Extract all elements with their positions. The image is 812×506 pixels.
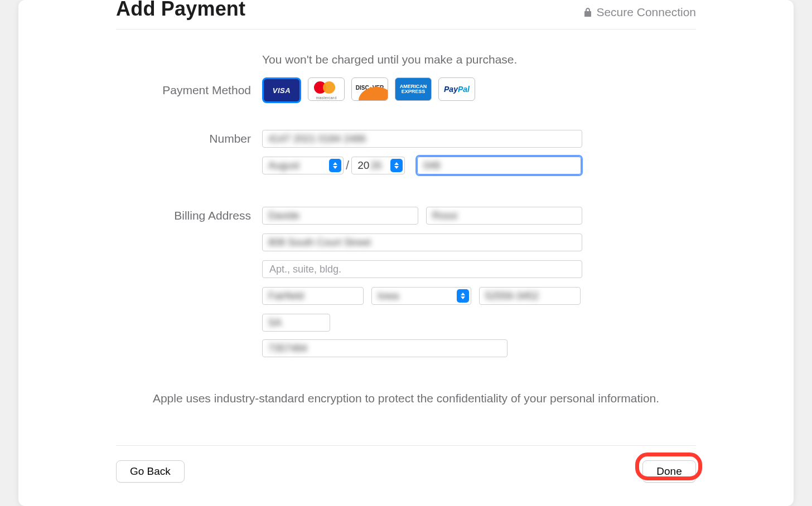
label-billing-address: Billing Address xyxy=(116,209,262,222)
card-number-value: 4147 2021 0184 2486 xyxy=(268,133,366,145)
street1-value: 808 South Court Street xyxy=(268,237,371,249)
page-title: Add Payment xyxy=(116,0,245,19)
street2-field[interactable] xyxy=(268,263,576,276)
zip-input[interactable]: 52556-3452 xyxy=(479,287,581,305)
stepper-icon xyxy=(457,289,469,303)
payment-form: Payment Method VISA mastercard DISC●VER … xyxy=(116,77,696,357)
last-name-value: Rossi xyxy=(432,210,457,222)
label-card-number: Number xyxy=(116,132,262,145)
exp-year-select[interactable]: 2026 xyxy=(351,157,405,174)
row-card-number: Number 4147 2021 0184 2486 xyxy=(116,130,696,148)
add-payment-window: Add Payment Secure Connection You won't … xyxy=(18,0,794,506)
state-select[interactable]: Iowa xyxy=(371,287,471,305)
exp-month-value: August xyxy=(268,160,299,172)
first-name-value: Davide xyxy=(268,210,299,222)
expiry-slash: / xyxy=(344,158,351,173)
card-option-paypal[interactable]: PayPal xyxy=(438,77,475,101)
secure-connection-label: Secure Connection xyxy=(596,6,696,19)
zip-value: 52556-3452 xyxy=(485,290,539,302)
cvv-input[interactable]: 048 xyxy=(417,157,581,174)
cvv-value: 048 xyxy=(423,160,440,172)
street2-input[interactable] xyxy=(262,260,582,278)
stepper-icon xyxy=(390,159,403,172)
country-code-input[interactable]: SA xyxy=(262,314,330,332)
intro-text: You won't be charged until you make a pu… xyxy=(262,53,696,66)
first-name-input[interactable]: Davide xyxy=(262,207,418,225)
row-city-state-zip: Fairfield Iowa 52556-3452 xyxy=(116,287,696,305)
card-number-input[interactable]: 4147 2021 0184 2486 xyxy=(262,130,582,148)
phone-value: 7357484 xyxy=(268,343,307,354)
row-expiry-cvv: August / 2026 048 xyxy=(116,157,696,174)
street1-input[interactable]: 808 South Court Street xyxy=(262,233,582,251)
done-button[interactable]: Done xyxy=(642,460,696,483)
title-row: Add Payment Secure Connection xyxy=(116,0,696,19)
payment-method-options: VISA mastercard DISC●VER AMERICANEXPRESS… xyxy=(262,77,475,103)
state-value: Iowa xyxy=(378,290,399,302)
row-country-phone: SA 7357484 xyxy=(116,314,696,357)
footer-divider xyxy=(116,445,696,446)
country-code-value: SA xyxy=(268,317,282,329)
lock-icon xyxy=(584,8,592,17)
phone-input[interactable]: 7357484 xyxy=(262,339,508,357)
card-option-mastercard[interactable]: mastercard xyxy=(308,77,345,101)
footer: Go Back Done xyxy=(116,435,696,483)
go-back-button[interactable]: Go Back xyxy=(116,460,185,483)
exp-year-prefix: 20 xyxy=(357,159,370,172)
card-option-visa[interactable]: VISA xyxy=(262,77,301,103)
row-street1: 808 South Court Street xyxy=(116,233,696,251)
header-divider xyxy=(116,29,696,30)
exp-year-suffix: 26 xyxy=(370,160,381,172)
row-payment-method: Payment Method VISA mastercard DISC●VER … xyxy=(116,77,696,103)
card-option-discover[interactable]: DISC●VER xyxy=(351,77,388,101)
card-option-amex[interactable]: AMERICANEXPRESS xyxy=(395,77,432,101)
city-input[interactable]: Fairfield xyxy=(262,287,364,305)
privacy-note: Apple uses industry-standard encryption … xyxy=(116,392,696,405)
exp-month-select[interactable]: August xyxy=(262,157,344,174)
row-street2 xyxy=(116,260,696,278)
label-payment-method: Payment Method xyxy=(116,84,262,97)
row-billing-name: Billing Address Davide Rossi xyxy=(116,207,696,225)
last-name-input[interactable]: Rossi xyxy=(426,207,582,225)
city-value: Fairfield xyxy=(268,290,304,302)
main-content: Add Payment Secure Connection You won't … xyxy=(116,0,696,440)
stepper-icon xyxy=(329,159,341,172)
secure-connection-badge: Secure Connection xyxy=(584,6,696,19)
